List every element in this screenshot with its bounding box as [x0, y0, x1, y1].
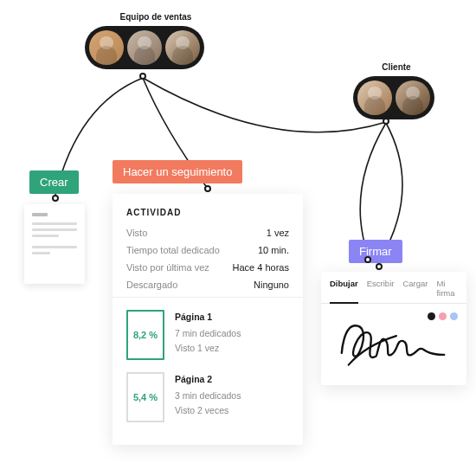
activity-heading: ACTIVIDAD: [126, 208, 289, 217]
avatar: [127, 30, 162, 65]
color-black[interactable]: [428, 312, 435, 320]
activity-value: 1 vez: [267, 228, 289, 238]
activity-value: 10 min.: [258, 245, 289, 255]
activity-label: Visto: [126, 228, 147, 238]
page-title: Página 2: [175, 372, 241, 387]
page-thumb: 5,4 %: [126, 372, 164, 422]
page-views: Visto 2 veces: [175, 403, 241, 418]
color-picker[interactable]: [428, 312, 458, 320]
connector-node: [139, 73, 146, 80]
sales-avatar-group: [85, 26, 204, 69]
document-card: [24, 204, 85, 284]
avatar: [165, 30, 200, 65]
tab-my-signature[interactable]: Mi firma: [436, 279, 458, 298]
color-blue[interactable]: [450, 312, 458, 320]
activity-label: Descargado: [126, 280, 177, 290]
connector-node: [52, 195, 59, 202]
activity-row-last: Visto por última vez Hace 4 horas: [126, 262, 289, 273]
create-tag: Crear: [29, 170, 79, 194]
activity-card: ACTIVIDAD Visto 1 vez Tiempo total dedic…: [113, 194, 303, 445]
activity-label: Visto por última vez: [126, 262, 209, 273]
connector-node: [204, 185, 211, 192]
sign-tag: Firmar: [349, 240, 402, 263]
page-thumb: 8,2 %: [126, 310, 164, 360]
page-row-1: 8,2 % Página 1 7 min dedicados Visto 1 v…: [126, 310, 289, 360]
client-group-label: Cliente: [370, 62, 422, 72]
follow-tag: Hacer un seguimiento: [113, 160, 242, 183]
divider: [113, 297, 303, 298]
connector-node: [364, 256, 371, 263]
color-pink[interactable]: [439, 312, 447, 320]
avatar: [89, 30, 124, 65]
page-time-spent: 7 min dedicados: [175, 326, 241, 341]
client-avatar-group: [353, 76, 434, 119]
signature-tabs: Dibujar Escribir Cargar Mi firma: [321, 279, 466, 304]
tab-draw[interactable]: Dibujar: [330, 279, 358, 304]
page-time-spent: 3 min dedicados: [175, 389, 241, 403]
page-views: Visto 1 vez: [175, 341, 241, 356]
sales-group-label: Equipo de ventas: [113, 12, 199, 22]
avatar: [357, 80, 392, 115]
page-title: Página 1: [175, 310, 241, 325]
activity-label: Tiempo total dedicado: [126, 245, 220, 255]
activity-row-downloaded: Descargado Ninguno: [126, 280, 289, 290]
avatar: [396, 80, 430, 115]
activity-row-viewed: Visto 1 vez: [126, 228, 289, 238]
activity-value: Hace 4 horas: [233, 262, 289, 273]
signature-card: Dibujar Escribir Cargar Mi firma: [321, 272, 466, 385]
tab-upload[interactable]: Cargar: [402, 279, 428, 298]
activity-value: Ninguno: [254, 280, 289, 290]
connector-node: [383, 118, 389, 125]
signature-draw-area[interactable]: [330, 311, 458, 376]
signature-drawing: [330, 311, 458, 376]
activity-row-time: Tiempo total dedicado 10 min.: [126, 245, 289, 255]
tab-type[interactable]: Escribir: [367, 279, 395, 298]
connector-node: [376, 263, 383, 270]
page-row-2: 5,4 % Página 2 3 min dedicados Visto 2 v…: [126, 372, 289, 422]
